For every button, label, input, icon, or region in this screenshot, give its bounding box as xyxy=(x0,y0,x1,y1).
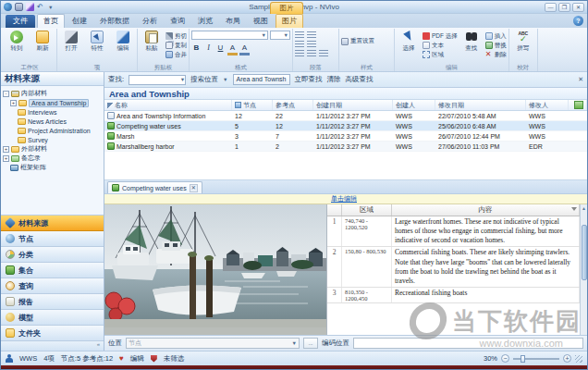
status-filter[interactable]: 未筛选 xyxy=(164,354,185,364)
replace-button[interactable]: 替换 xyxy=(485,41,507,49)
refresh-button[interactable]: 刷新 xyxy=(31,30,55,51)
cut-button[interactable]: 剪切 xyxy=(165,31,187,40)
zoom-out-button[interactable]: − xyxy=(501,354,509,363)
indent-icon[interactable] xyxy=(295,41,304,48)
select-button[interactable]: 选择 xyxy=(397,30,421,51)
nav-button-sources[interactable]: 材料来源 xyxy=(1,216,104,231)
outdent-icon[interactable] xyxy=(307,41,316,48)
italic-button[interactable]: I xyxy=(203,43,214,56)
tab-view[interactable]: 视图 xyxy=(248,15,274,28)
scroll-up-icon[interactable]: ▲ xyxy=(582,204,586,212)
reset-settings-button[interactable]: 重置设置 xyxy=(341,37,374,45)
tab-explore[interactable]: 浏览 xyxy=(192,15,218,28)
column-header-modified[interactable]: 修改日期 xyxy=(435,100,526,110)
table-row[interactable]: Competing water uses 5 12 1/11/2012 3:27… xyxy=(104,121,587,131)
tab-picture[interactable]: 图片 xyxy=(276,14,303,28)
undo-icon[interactable]: ↶ xyxy=(37,3,45,11)
click-to-edit-link[interactable]: 单击编辑 xyxy=(331,194,357,204)
column-header-created[interactable]: 创建日期 xyxy=(313,100,393,110)
tree-item-project-administration[interactable]: Project Administration xyxy=(3,126,102,135)
column-header-references[interactable]: 参考点 xyxy=(273,100,313,110)
tree-item-area-township[interactable]: + Area and Township xyxy=(3,98,102,107)
nav-button-nodes[interactable]: 节点 xyxy=(1,231,104,247)
delete-button[interactable]: 删除 xyxy=(485,50,507,58)
nav-button-reports[interactable]: 报告 xyxy=(1,294,104,310)
region-row[interactable]: 3 810,350 - 1200,450 Recreational fishin… xyxy=(327,288,580,303)
minimize-button[interactable]: — xyxy=(545,3,557,12)
tree-item-internals[interactable]: - 内部材料 xyxy=(3,89,102,98)
paste-button[interactable]: 粘贴 xyxy=(140,30,164,51)
detail-tab-competing-water-uses[interactable]: Competing water uses ✕ xyxy=(107,181,202,193)
nav-button-queries[interactable]: 查询 xyxy=(1,278,104,294)
expand-icon[interactable]: + xyxy=(3,146,9,153)
open-button[interactable]: 打开 xyxy=(59,30,83,51)
spelling-button[interactable]: ABC ✓ 拼写 xyxy=(511,30,535,51)
advanced-find-button[interactable]: 高级查找 xyxy=(346,75,374,84)
bold-button[interactable]: B xyxy=(191,43,202,56)
column-chooser[interactable] xyxy=(569,100,587,110)
nav-button-collections[interactable]: 集合 xyxy=(1,263,104,278)
go-button[interactable]: 转到 xyxy=(5,30,29,51)
tree-item-interviews[interactable]: Interviews xyxy=(3,107,102,117)
help-icon[interactable]: ? xyxy=(573,16,583,26)
column-header-created-by[interactable]: 创建人 xyxy=(393,100,435,110)
bullet-list-icon[interactable] xyxy=(295,31,304,39)
tab-home[interactable]: 首页 xyxy=(37,14,65,28)
tree-item-news-articles[interactable]: News Articles xyxy=(3,117,102,126)
collapse-icon[interactable]: - xyxy=(3,91,9,97)
tree-item-framework-matrices[interactable]: 框架矩阵 xyxy=(3,163,102,172)
tab-file[interactable]: 文件 xyxy=(6,15,35,28)
search-scope-button[interactable]: Area and Townsh xyxy=(233,74,290,85)
zoom-in-button[interactable]: + xyxy=(563,354,571,363)
find-input[interactable]: ▼ xyxy=(129,75,186,85)
region-column-header[interactable]: 区域 xyxy=(342,204,392,216)
code-at-input[interactable] xyxy=(353,338,583,349)
search-in-dropdown-icon[interactable]: ▼ xyxy=(223,77,227,82)
properties-button[interactable]: 特性 xyxy=(85,30,109,51)
find-button[interactable]: 查找 xyxy=(459,30,484,51)
qat-dropdown-icon[interactable]: ▼ xyxy=(48,5,53,10)
resize-grip[interactable] xyxy=(575,355,582,363)
table-row[interactable]: Marshallberg harbor 1 2 1/11/2012 3:27 P… xyxy=(104,142,587,152)
find-bar-close-icon[interactable]: ✕ xyxy=(578,76,583,83)
tab-create[interactable]: 创建 xyxy=(67,15,92,28)
region-row[interactable]: 1 740,740 - 1200,520 Large waterfront ho… xyxy=(327,216,580,247)
tree-item-memos[interactable]: + 备忘录 xyxy=(3,154,102,163)
scrollbar-thumb[interactable] xyxy=(582,225,587,280)
region-row[interactable]: 2 150,80 - 800,530 Commercial fishing bo… xyxy=(327,247,580,288)
tab-analyze[interactable]: 分析 xyxy=(137,15,163,28)
tab-query[interactable]: 查询 xyxy=(165,15,190,28)
underline-button[interactable]: U xyxy=(215,43,226,56)
region-select-button[interactable]: 区域 xyxy=(423,50,458,58)
edit-button[interactable]: 编辑 xyxy=(111,30,135,51)
tab-layout[interactable]: 布局 xyxy=(220,15,246,28)
app-icon[interactable] xyxy=(4,3,12,11)
table-row[interactable]: Marsh 3 7 1/11/2012 3:27 PM WWS 26/07/20… xyxy=(104,131,587,142)
font-family-combo[interactable]: ▼ xyxy=(191,31,268,40)
align-left-icon[interactable] xyxy=(295,50,304,57)
maximize-button[interactable]: ❐ xyxy=(558,3,570,12)
pen-icon[interactable] xyxy=(26,3,34,11)
vertical-scrollbar[interactable]: ▲ xyxy=(580,204,587,335)
find-now-button[interactable]: 立即查找 xyxy=(295,75,323,84)
nav-button-models[interactable]: 模型 xyxy=(1,310,104,326)
location-combo[interactable]: 节点 ▼ xyxy=(126,338,300,349)
pdf-select-button[interactable]: PDF 选择 xyxy=(423,31,458,40)
browse-button[interactable]: ... xyxy=(303,338,318,349)
tree-item-externals[interactable]: + 外部材料 xyxy=(3,144,102,154)
status-edit-mode[interactable]: 编辑 xyxy=(130,354,144,364)
copy-button[interactable]: 复制 xyxy=(165,41,187,49)
highlight-button[interactable]: A xyxy=(239,43,250,56)
insert-button[interactable]: 插入 xyxy=(485,31,507,40)
filter-icon[interactable] xyxy=(571,207,577,214)
nav-collapse-chevron[interactable]: « xyxy=(1,341,104,351)
align-center-icon[interactable] xyxy=(307,50,316,57)
column-header-modified-by[interactable]: 修改人 xyxy=(526,100,569,110)
column-header-name[interactable]: 名称 xyxy=(104,100,232,110)
zoom-slider[interactable] xyxy=(513,358,559,360)
table-row[interactable]: Area and Township Information 12 22 1/11… xyxy=(104,111,587,121)
close-button[interactable]: ✕ xyxy=(572,3,584,12)
font-color-button[interactable]: A xyxy=(227,43,238,56)
save-icon[interactable] xyxy=(15,3,23,11)
font-size-combo[interactable]: ▼ xyxy=(270,31,290,40)
